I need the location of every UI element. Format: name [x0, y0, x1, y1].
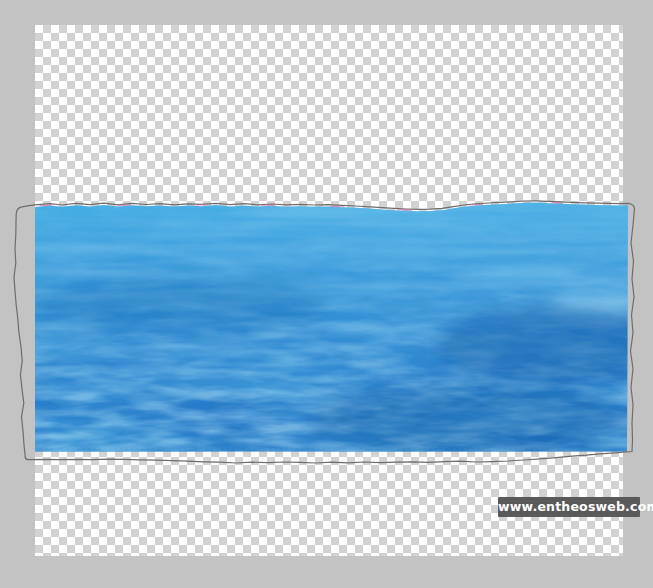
watermark-badge: www.entheosweb.com [498, 497, 640, 517]
ocean-photo [20, 195, 653, 463]
watermark-text: www.entheosweb.com [498, 499, 653, 514]
canvas-workspace: www.entheosweb.com [0, 0, 653, 588]
